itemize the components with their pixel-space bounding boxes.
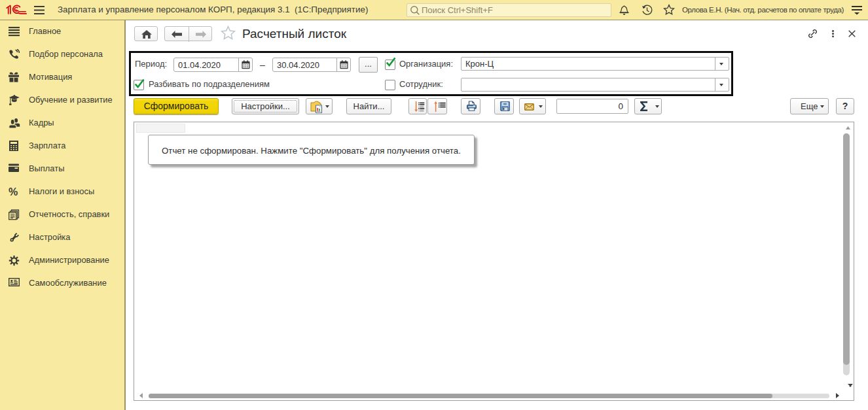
svg-text:%: % [9,186,18,197]
